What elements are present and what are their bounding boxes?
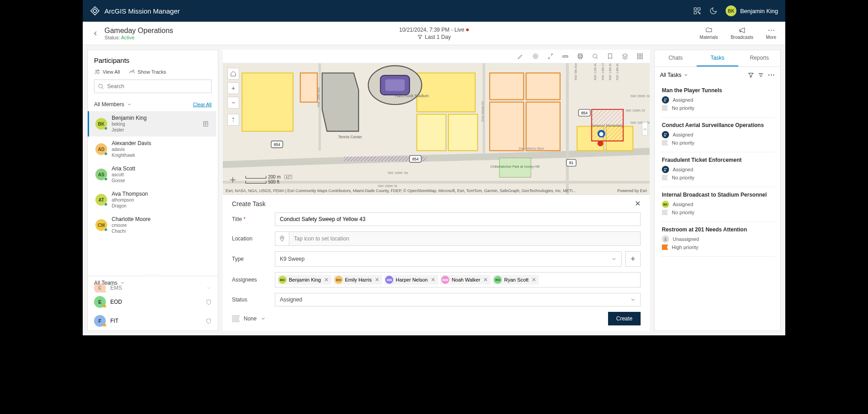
task-assigned-label: Unassigned — [673, 236, 699, 242]
broadcasts-action[interactable]: Broadcasts — [731, 27, 753, 40]
remove-assignee-icon[interactable]: ✕ — [532, 277, 536, 283]
member-item[interactable]: CM Charlotte Moore cmoore Chachi — [88, 212, 216, 238]
member-name: Ava Thompson — [112, 191, 210, 198]
resize-handle[interactable]: ⋯⋯⋯ — [88, 272, 218, 276]
shield-icon[interactable] — [206, 299, 212, 305]
more-icon[interactable]: ⋯ — [768, 71, 775, 79]
task-title: Man the Player Tunnels — [662, 87, 773, 94]
tasks-panel: Chats Tasks Reports All Tasks ⋯ Man the … — [654, 50, 781, 331]
task-card[interactable]: Restroom at 201 Needs Attention Unassign… — [660, 222, 775, 257]
user-menu[interactable]: BK Benjamin King — [726, 5, 778, 16]
remove-assignee-icon[interactable]: ✕ — [324, 277, 329, 283]
back-button[interactable] — [92, 30, 99, 37]
member-role: Knighthawk — [112, 153, 210, 159]
bookmark-icon[interactable] — [607, 53, 613, 60]
svg-point-13 — [593, 54, 597, 58]
member-name: Charlotte Moore — [112, 216, 210, 223]
home-button[interactable] — [227, 68, 239, 80]
close-button[interactable]: ✕ — [635, 199, 641, 208]
print-icon[interactable] — [577, 53, 584, 60]
collapse-right-handle[interactable]: ‹‹ — [642, 122, 648, 136]
svg-rect-19 — [242, 73, 293, 131]
chevron-down-icon — [630, 297, 636, 302]
svg-point-68 — [282, 237, 283, 239]
filter-icon[interactable] — [748, 72, 754, 78]
team-item[interactable]: F★ FIT — [88, 311, 218, 330]
tasks-filter-dropdown[interactable]: All Tasks — [660, 72, 688, 78]
svg-rect-29 — [300, 73, 317, 102]
basemap-icon[interactable] — [637, 53, 643, 60]
priority-select[interactable]: None — [232, 315, 266, 322]
task-title: Fraudulent Ticket Enforcement — [662, 157, 773, 163]
svg-point-7 — [533, 54, 538, 59]
chip-avatar: EH — [335, 276, 343, 284]
svg-text:NW 13th Ave: NW 13th Ave — [608, 63, 612, 80]
assignees-input[interactable]: BK Benjamin King ✕EH Emily Harris ✕HN Ha… — [275, 272, 641, 287]
task-title-input[interactable] — [275, 212, 641, 226]
remove-assignee-icon[interactable]: ✕ — [375, 277, 379, 283]
task-type-select[interactable]: K9 Sweep — [275, 251, 622, 267]
layers-icon[interactable] — [622, 53, 628, 60]
member-avatar: AT — [95, 194, 107, 206]
chevron-down-icon[interactable] — [206, 285, 212, 291]
tab-tasks[interactable]: Tasks — [697, 50, 739, 66]
tab-reports[interactable]: Reports — [738, 50, 780, 66]
group-icon — [662, 96, 669, 104]
create-button[interactable]: Create — [608, 312, 641, 325]
chevron-down-icon — [611, 256, 617, 262]
compass-button[interactable] — [227, 114, 239, 126]
participants-search[interactable] — [94, 80, 212, 93]
member-item[interactable]: BK Benjamin King beking Jester — [88, 111, 216, 136]
chevron-down-icon — [684, 73, 688, 77]
map[interactable]: 854 854 91 854 Tennis Center Hard Rock S… — [223, 63, 650, 194]
member-item[interactable]: AD Alexander Davis adavis Knighthawk — [88, 136, 216, 162]
member-avatar: CM — [95, 219, 107, 231]
svg-rect-33 — [385, 79, 405, 91]
task-priority-label: No priority — [672, 105, 694, 111]
tab-chats[interactable]: Chats — [655, 50, 697, 66]
chip-avatar: RS — [494, 276, 502, 284]
assignee-chip: HN Harper Nelson ✕ — [384, 275, 438, 285]
location-placeholder: Tap icon to set location — [289, 231, 641, 246]
show-tracks-action[interactable]: Show Tracks — [129, 69, 166, 75]
route-icon[interactable] — [547, 53, 554, 60]
remove-assignee-icon[interactable]: ✕ — [483, 277, 488, 283]
target-icon[interactable] — [532, 53, 539, 60]
qr-icon[interactable] — [693, 7, 701, 15]
zoom-out-button[interactable]: − — [227, 97, 239, 108]
search-map-icon[interactable] — [592, 53, 599, 60]
team-item[interactable]: E★ EOD — [88, 292, 218, 311]
edit-icon[interactable] — [517, 53, 524, 60]
member-item[interactable]: AT Ava Thompson athompson Dragon — [88, 187, 216, 212]
set-location-button[interactable] — [275, 231, 289, 246]
zoom-in-button[interactable]: + — [227, 82, 239, 94]
task-card[interactable]: Man the Player Tunnels Assigned No prior… — [660, 83, 775, 118]
svg-point-72 — [666, 133, 667, 134]
time-filter[interactable]: Last 1 Day — [399, 34, 469, 40]
team-item[interactable]: E★ EMS — [88, 283, 218, 292]
task-card[interactable]: Fraudulent Ticket Enforcement Assigned N… — [660, 152, 775, 187]
member-detail-icon[interactable] — [203, 121, 210, 127]
clear-all-link[interactable]: Clear All — [193, 102, 212, 107]
member-name: Alexander Davis — [112, 140, 210, 147]
svg-text:Norwood Elementary: Norwood Elementary — [591, 123, 623, 127]
search-input[interactable] — [94, 80, 212, 93]
chip-avatar: HN — [385, 276, 393, 284]
remove-assignee-icon[interactable]: ✕ — [431, 277, 435, 283]
task-card[interactable]: Conduct Aerial Surveillance Operations A… — [660, 118, 775, 152]
chip-name: Harper Nelson — [396, 277, 428, 282]
svg-text:NW 14th Ave: NW 14th Ave — [615, 63, 619, 80]
materials-action[interactable]: Materials — [700, 27, 718, 40]
task-card[interactable]: Internal Broadcast to Stadium Personnel … — [660, 187, 775, 222]
shield-icon[interactable] — [206, 318, 212, 324]
create-task-panel: Create Task ✕ Title * Location Tap icon … — [223, 194, 650, 331]
more-action[interactable]: ⋯ More — [766, 27, 776, 40]
task-status-select[interactable]: Assigned — [275, 293, 641, 306]
all-members-dropdown[interactable]: All Members — [94, 101, 132, 108]
measure-icon[interactable] — [562, 53, 569, 60]
sort-icon[interactable] — [758, 72, 764, 78]
member-item[interactable]: AS Aria Scott ascott Goose — [88, 162, 216, 187]
dark-mode-icon[interactable] — [709, 7, 717, 15]
add-type-button[interactable]: + — [625, 251, 641, 267]
view-all-action[interactable]: View All — [94, 69, 120, 75]
